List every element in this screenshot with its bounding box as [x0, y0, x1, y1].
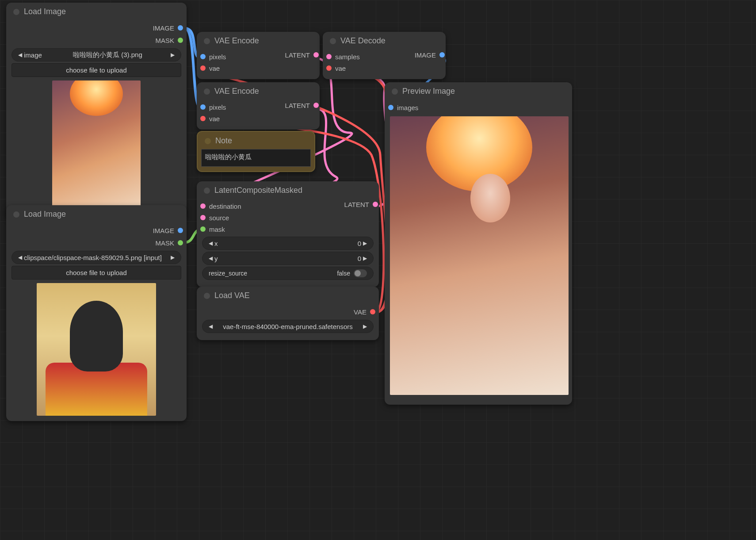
arrow-right-icon[interactable]: ▶ — [361, 240, 369, 246]
collapse-dot-icon[interactable] — [13, 211, 19, 218]
node-header[interactable]: LatentCompositeMasked — [197, 181, 379, 199]
output-slot-image[interactable]: IMAGE — [11, 224, 181, 237]
slot-dot-icon[interactable] — [178, 228, 183, 233]
input-label: images — [397, 104, 418, 111]
node-header[interactable]: VAE Encode — [197, 32, 320, 49]
arrow-left-icon[interactable]: ◀ — [16, 52, 24, 58]
widget-value: 0 — [358, 255, 361, 262]
node-header[interactable]: Preview Image — [385, 82, 572, 100]
node-header[interactable]: Note — [198, 132, 314, 149]
widget-value: clipspace/clipspace-mask-859029.5.png [i… — [24, 254, 169, 261]
slot-dot-icon[interactable] — [200, 54, 206, 59]
input-label: samples — [335, 53, 360, 61]
arrow-right-icon[interactable]: ▶ — [169, 52, 176, 58]
collapse-dot-icon[interactable] — [205, 138, 211, 144]
slot-dot-icon[interactable] — [178, 240, 183, 245]
slot-dot-icon[interactable] — [200, 116, 206, 121]
node-note[interactable]: Note 啦啦啦的小黄瓜 — [197, 131, 315, 172]
node-vae-encode-2[interactable]: VAE Encode LATENT pixels vae — [197, 82, 320, 130]
slot-dot-icon[interactable] — [200, 65, 206, 71]
upload-button[interactable]: choose file to upload — [11, 63, 181, 77]
slot-dot-icon[interactable] — [200, 104, 206, 110]
slot-dot-icon[interactable] — [178, 25, 183, 31]
input-label: mask — [209, 226, 225, 233]
vae-name-selector[interactable]: ◀ vae-ft-mse-840000-ema-pruned.safetenso… — [202, 320, 374, 333]
node-latent-composite-masked[interactable]: LatentCompositeMasked LATENT destination… — [197, 181, 379, 287]
image-file-selector[interactable]: ◀ image 啦啦啦的小黄瓜 (3).png ▶ — [11, 48, 181, 61]
widget-value: 啦啦啦的小黄瓜 (3).png — [46, 51, 169, 59]
arrow-left-icon[interactable]: ◀ — [207, 240, 214, 246]
arrow-left-icon[interactable]: ◀ — [207, 255, 214, 261]
widget-label: resize_source — [209, 270, 247, 277]
collapse-dot-icon[interactable] — [204, 88, 210, 95]
node-title: LatentCompositeMasked — [214, 186, 302, 195]
input-slot-vae[interactable]: vae — [202, 113, 314, 124]
slot-dot-icon[interactable] — [200, 226, 206, 232]
image-preview[interactable] — [11, 80, 181, 213]
slot-dot-icon[interactable] — [326, 54, 332, 59]
output-slot-image[interactable]: IMAGE — [11, 22, 181, 34]
preview-thumbnail — [52, 80, 141, 213]
node-title: VAE Encode — [214, 87, 259, 96]
node-header[interactable]: Load Image — [6, 3, 187, 20]
output-slot-vae[interactable]: VAE — [202, 306, 374, 318]
node-vae-decode[interactable]: VAE Decode IMAGE samples vae — [323, 32, 446, 79]
node-vae-encode-1[interactable]: VAE Encode LATENT pixels vae — [197, 32, 320, 79]
image-file-selector[interactable]: ◀ clipspace/clipspace-mask-859029.5.png … — [11, 251, 181, 264]
input-label: pixels — [209, 103, 226, 111]
input-slot-images[interactable]: images — [390, 101, 567, 114]
collapse-dot-icon[interactable] — [204, 38, 210, 44]
arrow-left-icon[interactable]: ◀ — [207, 323, 214, 329]
input-slot-destination[interactable]: destination — [202, 200, 374, 212]
input-slot-samples[interactable]: samples — [328, 51, 440, 62]
node-load-image-2[interactable]: Load Image IMAGE MASK ◀ clipspace/clipsp… — [6, 205, 187, 421]
slot-dot-icon[interactable] — [200, 203, 206, 209]
widget-label: y — [214, 255, 218, 262]
input-slot-pixels[interactable]: pixels — [202, 51, 314, 62]
input-slot-vae[interactable]: vae — [328, 62, 440, 74]
node-header[interactable]: VAE Decode — [323, 32, 446, 49]
output-slot-mask[interactable]: MASK — [11, 34, 181, 46]
collapse-dot-icon[interactable] — [204, 293, 210, 299]
arrow-right-icon[interactable]: ▶ — [169, 254, 176, 260]
upload-button[interactable]: choose file to upload — [11, 266, 181, 280]
node-title: Load Image — [24, 210, 66, 219]
node-load-vae[interactable]: Load VAE VAE ◀ vae-ft-mse-840000-ema-pru… — [197, 287, 379, 340]
node-header[interactable]: Load Image — [6, 205, 187, 222]
arrow-left-icon[interactable]: ◀ — [16, 254, 24, 260]
input-slot-pixels[interactable]: pixels — [202, 101, 314, 113]
x-widget[interactable]: ◀ x 0 ▶ — [202, 237, 374, 250]
collapse-dot-icon[interactable] — [330, 38, 336, 44]
output-label: IMAGE — [153, 227, 174, 234]
resize-source-toggle[interactable]: resize_source false — [202, 267, 374, 280]
node-header[interactable]: Load VAE — [197, 287, 379, 304]
node-load-image-1[interactable]: Load Image IMAGE MASK ◀ image 啦啦啦的小黄瓜 (3… — [6, 3, 187, 218]
node-title: VAE Encode — [214, 36, 259, 46]
node-preview-image[interactable]: Preview Image images — [385, 82, 572, 405]
output-slot-mask[interactable]: MASK — [11, 237, 181, 249]
y-widget[interactable]: ◀ y 0 ▶ — [202, 252, 374, 265]
node-header[interactable]: VAE Encode — [197, 82, 320, 100]
toggle-pill-icon[interactable] — [354, 269, 367, 277]
image-preview[interactable] — [11, 283, 181, 416]
input-label: source — [209, 214, 229, 222]
slot-dot-icon[interactable] — [200, 215, 206, 220]
slot-dot-icon[interactable] — [370, 309, 375, 314]
collapse-dot-icon[interactable] — [392, 88, 398, 95]
preview-output-image[interactable] — [390, 116, 569, 395]
input-slot-mask[interactable]: mask — [202, 223, 374, 235]
collapse-dot-icon[interactable] — [13, 9, 19, 15]
arrow-right-icon[interactable]: ▶ — [361, 323, 369, 329]
slot-dot-icon[interactable] — [178, 38, 183, 43]
input-slot-vae[interactable]: vae — [202, 62, 314, 74]
collapse-dot-icon[interactable] — [204, 188, 210, 194]
node-title: Preview Image — [402, 87, 455, 96]
slot-dot-icon[interactable] — [388, 105, 393, 110]
input-label: vae — [209, 115, 220, 123]
input-label: vae — [335, 65, 346, 72]
widget-value: 0 — [358, 240, 361, 247]
slot-dot-icon[interactable] — [326, 65, 332, 71]
input-slot-source[interactable]: source — [202, 212, 374, 223]
arrow-right-icon[interactable]: ▶ — [361, 255, 369, 261]
note-textarea[interactable]: 啦啦啦的小黄瓜 — [201, 149, 311, 167]
